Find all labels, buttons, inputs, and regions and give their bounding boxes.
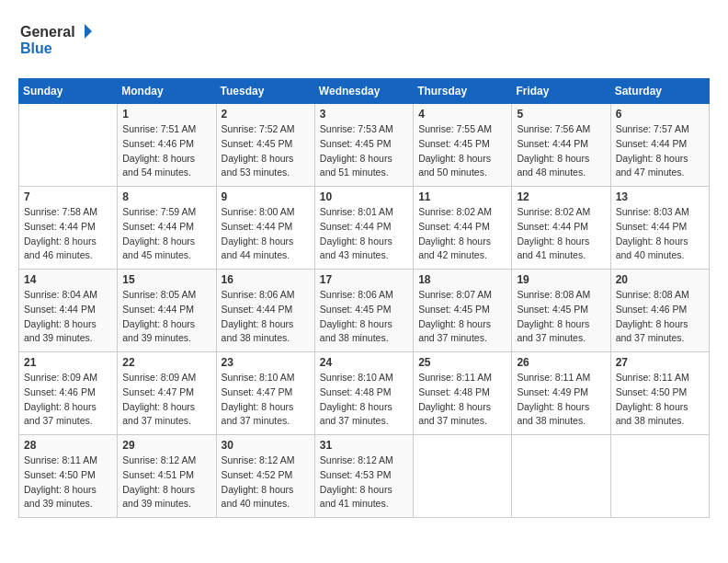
day-number: 19 (517, 273, 605, 286)
day-cell: 8Sunrise: 7:59 AMSunset: 4:44 PMDaylight… (118, 187, 216, 270)
day-number: 25 (418, 356, 506, 369)
day-cell: 7Sunrise: 7:58 AMSunset: 4:44 PMDaylight… (19, 187, 118, 270)
day-cell (610, 435, 709, 518)
day-number: 7 (24, 190, 112, 203)
day-number: 15 (122, 273, 210, 286)
day-cell: 15Sunrise: 8:05 AMSunset: 4:44 PMDayligh… (118, 270, 216, 352)
day-info: Sunrise: 8:11 AMSunset: 4:49 PMDaylight:… (517, 371, 605, 429)
logo: General Blue (18, 18, 92, 63)
calendar-table: SundayMondayTuesdayWednesdayThursdayFrid… (18, 78, 710, 518)
day-cell: 23Sunrise: 8:10 AMSunset: 4:47 PMDayligh… (216, 352, 314, 435)
day-info: Sunrise: 7:57 AMSunset: 4:44 PMDaylight:… (616, 122, 704, 180)
day-number: 18 (418, 273, 506, 286)
day-number: 17 (320, 273, 408, 286)
day-cell: 13Sunrise: 8:03 AMSunset: 4:44 PMDayligh… (610, 187, 709, 270)
day-info: Sunrise: 8:11 AMSunset: 4:50 PMDaylight:… (24, 454, 112, 511)
day-cell: 28Sunrise: 8:11 AMSunset: 4:50 PMDayligh… (19, 435, 118, 518)
day-header-monday: Monday (118, 79, 216, 104)
day-number: 10 (320, 190, 408, 203)
day-number: 14 (24, 273, 112, 286)
day-info: Sunrise: 7:59 AMSunset: 4:44 PMDaylight:… (122, 205, 210, 263)
day-cell: 21Sunrise: 8:09 AMSunset: 4:46 PMDayligh… (19, 352, 118, 435)
day-number: 4 (418, 108, 506, 121)
page-header: General Blue (18, 18, 710, 63)
day-number: 13 (616, 190, 704, 203)
day-cell: 17Sunrise: 8:06 AMSunset: 4:45 PMDayligh… (314, 270, 413, 352)
day-cell: 20Sunrise: 8:08 AMSunset: 4:46 PMDayligh… (610, 270, 709, 352)
day-info: Sunrise: 8:04 AMSunset: 4:44 PMDaylight:… (24, 288, 112, 346)
week-row-2: 7Sunrise: 7:58 AMSunset: 4:44 PMDaylight… (19, 187, 710, 270)
day-info: Sunrise: 8:06 AMSunset: 4:44 PMDaylight:… (222, 288, 310, 346)
day-cell: 11Sunrise: 8:02 AMSunset: 4:44 PMDayligh… (414, 187, 512, 270)
day-info: Sunrise: 8:12 AMSunset: 4:51 PMDaylight:… (122, 454, 210, 511)
week-row-3: 14Sunrise: 8:04 AMSunset: 4:44 PMDayligh… (19, 270, 710, 352)
day-info: Sunrise: 8:12 AMSunset: 4:52 PMDaylight:… (222, 454, 310, 511)
day-number: 26 (517, 356, 605, 369)
day-number: 6 (616, 108, 704, 121)
day-number: 30 (222, 439, 310, 452)
day-cell: 2Sunrise: 7:52 AMSunset: 4:45 PMDaylight… (216, 104, 314, 187)
day-info: Sunrise: 8:02 AMSunset: 4:44 PMDaylight:… (418, 205, 506, 263)
day-info: Sunrise: 7:55 AMSunset: 4:45 PMDaylight:… (418, 122, 506, 180)
day-cell: 25Sunrise: 8:11 AMSunset: 4:48 PMDayligh… (414, 352, 512, 435)
day-info: Sunrise: 8:02 AMSunset: 4:44 PMDaylight:… (517, 205, 605, 263)
day-info: Sunrise: 7:58 AMSunset: 4:44 PMDaylight:… (24, 205, 112, 263)
day-info: Sunrise: 8:09 AMSunset: 4:47 PMDaylight:… (122, 371, 210, 429)
day-header-thursday: Thursday (414, 79, 512, 104)
day-info: Sunrise: 8:03 AMSunset: 4:44 PMDaylight:… (616, 205, 704, 263)
day-info: Sunrise: 7:56 AMSunset: 4:44 PMDaylight:… (517, 122, 605, 180)
logo-container: General Blue (18, 18, 92, 63)
day-cell: 5Sunrise: 7:56 AMSunset: 4:44 PMDaylight… (512, 104, 610, 187)
day-number: 27 (616, 356, 704, 369)
day-cell: 24Sunrise: 8:10 AMSunset: 4:48 PMDayligh… (314, 352, 413, 435)
day-cell: 14Sunrise: 8:04 AMSunset: 4:44 PMDayligh… (19, 270, 118, 352)
day-number: 29 (122, 439, 210, 452)
day-cell (19, 104, 118, 187)
day-cell: 31Sunrise: 8:12 AMSunset: 4:53 PMDayligh… (314, 435, 413, 518)
day-info: Sunrise: 8:11 AMSunset: 4:50 PMDaylight:… (616, 371, 704, 429)
week-row-1: 1Sunrise: 7:51 AMSunset: 4:46 PMDaylight… (19, 104, 710, 187)
week-row-5: 28Sunrise: 8:11 AMSunset: 4:50 PMDayligh… (19, 435, 710, 518)
day-cell: 9Sunrise: 8:00 AMSunset: 4:44 PMDaylight… (216, 187, 314, 270)
day-cell: 29Sunrise: 8:12 AMSunset: 4:51 PMDayligh… (118, 435, 216, 518)
day-number: 8 (122, 190, 210, 203)
day-number: 28 (24, 439, 112, 452)
day-cell: 1Sunrise: 7:51 AMSunset: 4:46 PMDaylight… (118, 104, 216, 187)
day-info: Sunrise: 8:07 AMSunset: 4:45 PMDaylight:… (418, 288, 506, 346)
day-info: Sunrise: 8:01 AMSunset: 4:44 PMDaylight:… (320, 205, 408, 263)
day-header-friday: Friday (512, 79, 610, 104)
day-cell: 10Sunrise: 8:01 AMSunset: 4:44 PMDayligh… (314, 187, 413, 270)
calendar-header-row: SundayMondayTuesdayWednesdayThursdayFrid… (19, 79, 710, 104)
day-number: 9 (222, 190, 310, 203)
day-number: 23 (222, 356, 310, 369)
day-cell: 16Sunrise: 8:06 AMSunset: 4:44 PMDayligh… (216, 270, 314, 352)
day-info: Sunrise: 7:53 AMSunset: 4:45 PMDaylight:… (320, 122, 408, 180)
logo-image: General Blue (18, 18, 92, 63)
day-number: 5 (517, 108, 605, 121)
day-header-saturday: Saturday (610, 79, 709, 104)
day-cell (512, 435, 610, 518)
day-cell: 4Sunrise: 7:55 AMSunset: 4:45 PMDaylight… (414, 104, 512, 187)
day-cell: 30Sunrise: 8:12 AMSunset: 4:52 PMDayligh… (216, 435, 314, 518)
day-cell: 19Sunrise: 8:08 AMSunset: 4:45 PMDayligh… (512, 270, 610, 352)
day-info: Sunrise: 8:08 AMSunset: 4:46 PMDaylight:… (616, 288, 704, 346)
logo-svg: General Blue (18, 18, 92, 60)
day-info: Sunrise: 8:06 AMSunset: 4:45 PMDaylight:… (320, 288, 408, 346)
day-info: Sunrise: 8:00 AMSunset: 4:44 PMDaylight:… (222, 205, 310, 263)
day-cell (414, 435, 512, 518)
day-header-tuesday: Tuesday (216, 79, 314, 104)
day-info: Sunrise: 8:10 AMSunset: 4:47 PMDaylight:… (222, 371, 310, 429)
day-info: Sunrise: 7:52 AMSunset: 4:45 PMDaylight:… (222, 122, 310, 180)
day-header-sunday: Sunday (19, 79, 118, 104)
day-header-wednesday: Wednesday (314, 79, 413, 104)
day-number: 3 (320, 108, 408, 121)
day-info: Sunrise: 7:51 AMSunset: 4:46 PMDaylight:… (122, 122, 210, 180)
day-number: 20 (616, 273, 704, 286)
svg-marker-2 (85, 24, 92, 39)
day-number: 1 (122, 108, 210, 121)
day-number: 31 (320, 439, 408, 452)
day-number: 11 (418, 190, 506, 203)
day-info: Sunrise: 8:12 AMSunset: 4:53 PMDaylight:… (320, 454, 408, 511)
day-cell: 22Sunrise: 8:09 AMSunset: 4:47 PMDayligh… (118, 352, 216, 435)
day-info: Sunrise: 8:08 AMSunset: 4:45 PMDaylight:… (517, 288, 605, 346)
